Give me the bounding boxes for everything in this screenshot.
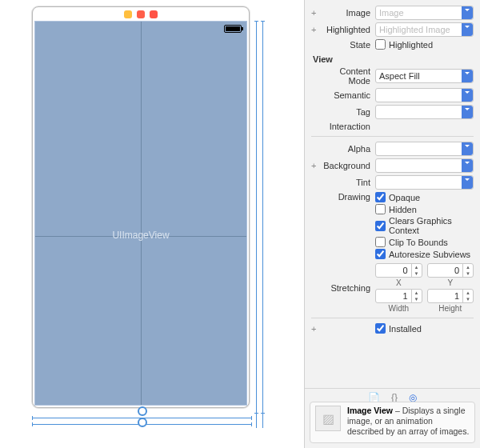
- toolbar-dot-icon: [137, 10, 145, 18]
- element-label: UIImageView: [35, 230, 246, 241]
- drawing-checkbox[interactable]: Hidden: [375, 204, 474, 214]
- field-label: State: [322, 40, 370, 50]
- battery-icon: [224, 25, 242, 33]
- stepper[interactable]: ▲▼: [411, 264, 422, 277]
- stepper[interactable]: ▲▼: [462, 290, 473, 302]
- toolbar-dot-icon: [150, 10, 158, 18]
- semantic-combo[interactable]: [375, 88, 474, 102]
- add-icon[interactable]: +: [311, 161, 318, 170]
- field-label: Drawing: [322, 192, 370, 202]
- constraint-handle[interactable]: [138, 418, 147, 427]
- content-mode-combo[interactable]: Aspect Fill: [375, 69, 474, 83]
- drawing-checkbox[interactable]: Opaque: [375, 192, 474, 202]
- installed-checkbox[interactable]: Installed: [375, 323, 422, 334]
- quick-help-text: Image View – Displays a single image, or…: [347, 406, 470, 439]
- drawing-checkbox[interactable]: Autoresize Subviews: [375, 249, 474, 259]
- stepper[interactable]: ▲▼: [462, 264, 473, 277]
- stretch-y-field[interactable]: 0▲▼: [427, 263, 474, 278]
- section-header: View: [313, 54, 474, 64]
- add-icon[interactable]: +: [311, 324, 318, 334]
- constraint-handle[interactable]: [138, 406, 147, 416]
- state-highlighted-checkbox[interactable]: Highlighted: [375, 39, 433, 50]
- stretch-width-field[interactable]: 1▲▼: [375, 289, 422, 303]
- tag-field[interactable]: [375, 105, 474, 119]
- attributes-inspector: + Image Image + Highlighted Highlighted …: [304, 0, 480, 448]
- tint-combo[interactable]: [375, 175, 474, 190]
- device-toolbar: [33, 7, 249, 22]
- field-label: Stretching: [322, 283, 370, 293]
- field-label: Tag: [322, 107, 370, 117]
- device-frame: UIImageView: [32, 6, 250, 408]
- stepper[interactable]: ▲▼: [411, 290, 422, 302]
- field-label: Alpha: [322, 144, 370, 154]
- field-label: Content Mode: [322, 66, 370, 86]
- chevron-down-icon[interactable]: [462, 23, 473, 36]
- quick-help-box: ▨ Image View – Displays a single image, …: [310, 402, 475, 443]
- field-label: Tint: [322, 178, 370, 187]
- guide-vertical: [141, 22, 142, 405]
- drawing-checkbox[interactable]: Clears Graphics Context: [375, 216, 474, 235]
- field-label: Interaction: [322, 122, 370, 131]
- field-label: Image: [322, 8, 370, 18]
- alpha-field[interactable]: [375, 142, 474, 156]
- stretch-height-field[interactable]: 1▲▼: [427, 289, 474, 303]
- chevron-down-icon[interactable]: [462, 70, 473, 82]
- canvas[interactable]: UIImageView: [0, 0, 304, 448]
- toolbar-dot-icon: [124, 10, 132, 18]
- highlighted-combo[interactable]: Highlighted Image: [375, 22, 474, 37]
- drawing-checkbox[interactable]: Clip To Bounds: [375, 237, 474, 247]
- add-icon[interactable]: +: [311, 8, 318, 18]
- ruler-vertical: [262, 21, 263, 428]
- stretch-x-field[interactable]: 0▲▼: [375, 263, 422, 278]
- chevron-down-icon[interactable]: [462, 6, 473, 19]
- ruler-vertical: [256, 21, 257, 428]
- field-label: Background: [322, 161, 370, 170]
- add-icon[interactable]: +: [311, 25, 318, 34]
- image-combo[interactable]: Image: [375, 6, 474, 20]
- uiimageview[interactable]: UIImageView: [35, 22, 246, 405]
- field-label: Semantic: [322, 90, 370, 100]
- field-label: Highlighted: [322, 25, 370, 34]
- image-view-icon: ▨: [315, 406, 341, 431]
- background-combo[interactable]: [375, 158, 474, 173]
